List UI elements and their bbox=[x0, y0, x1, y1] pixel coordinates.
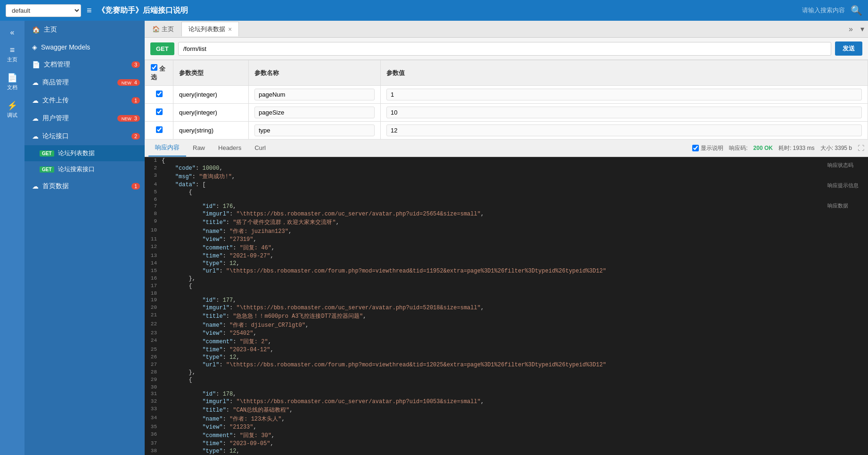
param-type-value[interactable] bbox=[386, 124, 862, 136]
show-desc-checkbox[interactable] bbox=[692, 145, 699, 151]
sidebar-users-label: 用户管理 bbox=[42, 114, 69, 123]
method-get-btn[interactable]: GET bbox=[150, 42, 174, 55]
code-viewer[interactable]: 响应状态码 响应提示信息 响应数据 1{ 2 "code": 10000, 3 … bbox=[145, 157, 868, 455]
code-line-23: 23 "view": "25402", bbox=[145, 330, 868, 337]
sidebar-files-label: 文件上传 bbox=[42, 96, 69, 105]
col-header-type: 参数类型 bbox=[173, 60, 249, 86]
code-line-6: 6 bbox=[145, 196, 868, 203]
tab-bar: 🏠 主页 论坛列表数据 × » ▾ bbox=[145, 21, 868, 38]
resp-tab-content[interactable]: 响应内容 bbox=[148, 140, 186, 157]
code-line-31: 31 "id": 178, bbox=[145, 390, 868, 398]
sidebar-item-home[interactable]: 🏠 主页 bbox=[25, 21, 145, 39]
send-btn[interactable]: 发送 bbox=[835, 41, 862, 56]
homedata-icon: ☁ bbox=[32, 182, 39, 190]
users-badge: NEW 3 bbox=[117, 115, 140, 122]
param-row-pagenum: query(integer) bbox=[145, 86, 868, 104]
collapse-sidebar-btn[interactable]: « bbox=[7, 25, 18, 41]
select-all-checkbox[interactable] bbox=[151, 64, 157, 71]
resp-size: 大小: 3395 b bbox=[820, 144, 852, 152]
param-pagesize-name[interactable] bbox=[254, 107, 375, 118]
tab-forum-list[interactable]: 论坛列表数据 × bbox=[181, 22, 239, 36]
code-line-9: 9 "title": "搭了个硬件交流群，欢迎大家来交流呀", bbox=[145, 218, 868, 227]
forum-badge: 2 bbox=[131, 133, 140, 140]
sidebar-item-swagger[interactable]: ◈ Swagger Models bbox=[25, 39, 145, 56]
environment-select[interactable]: default bbox=[6, 4, 81, 17]
param-pagenum-checkbox[interactable] bbox=[156, 91, 163, 97]
code-line-29: 29 { bbox=[145, 376, 868, 384]
code-line-36: 36 "comment": "回复: 30", bbox=[145, 431, 868, 440]
forum-icon: ☁ bbox=[32, 132, 39, 140]
swagger-icon: ◈ bbox=[32, 43, 37, 51]
sidebar-forum-label: 论坛接口 bbox=[42, 132, 69, 141]
app-header: default ≡ 《竞赛助手》后端接口说明 请输入搜索内容 🔍 bbox=[0, 0, 868, 21]
tab-home[interactable]: 🏠 主页 bbox=[145, 21, 181, 37]
menu-icon[interactable]: ≡ bbox=[87, 6, 92, 16]
tab-nav-down[interactable]: ▾ bbox=[857, 21, 868, 37]
code-line-33: 33 "title": "CAN总线的基础教程", bbox=[145, 405, 868, 414]
search-icon[interactable]: 🔍 bbox=[851, 5, 862, 16]
mini-sidebar-item-home[interactable]: ≡ 主页 bbox=[0, 41, 25, 68]
sidebar-item-files[interactable]: ☁ 文件上传 1 bbox=[25, 91, 145, 109]
param-type-checkbox[interactable] bbox=[156, 126, 163, 133]
tab-close-btn[interactable]: × bbox=[228, 25, 232, 33]
code-line-30: 30 bbox=[145, 384, 868, 390]
code-line-12: 12 "comment": "回复: 46", bbox=[145, 243, 868, 252]
col-header-name: 参数名称 bbox=[249, 60, 381, 86]
tab-nav-right[interactable]: » bbox=[845, 21, 857, 37]
resp-tab-raw[interactable]: Raw bbox=[186, 141, 212, 156]
api-url-input[interactable] bbox=[178, 42, 831, 56]
resp-status-value: 200 OK bbox=[753, 145, 773, 151]
param-pagesize-checkbox[interactable] bbox=[156, 108, 163, 115]
annotation-data: 响应数据 bbox=[827, 202, 859, 209]
param-pagenum-name-cell bbox=[249, 86, 381, 104]
code-line-38: 38 "type": 12, bbox=[145, 447, 868, 455]
sidebar-item-docs[interactable]: 📄 文档管理 3 bbox=[25, 56, 145, 74]
forum-search-method: GET bbox=[40, 166, 54, 173]
sidebar-sub-forum-search[interactable]: GET 论坛搜索接口 bbox=[25, 161, 145, 177]
files-badge: 1 bbox=[131, 97, 140, 104]
param-type-type: query(string) bbox=[173, 122, 249, 140]
forum-list-label: 论坛列表数据 bbox=[58, 149, 95, 157]
sidebar-item-products[interactable]: ☁ 商品管理 NEW 4 bbox=[25, 74, 145, 91]
expand-response-btn[interactable]: ⛶ bbox=[858, 144, 864, 152]
forum-list-method: GET bbox=[40, 150, 54, 157]
param-pagesize-checkbox-cell bbox=[145, 104, 173, 122]
mini-sidebar-item-debug[interactable]: ⚡ 调试 bbox=[0, 96, 25, 124]
code-line-7: 7 "id": 176, bbox=[145, 203, 868, 210]
code-line-8: 8 "imgurl": "\thttps://bbs.robomaster.co… bbox=[145, 210, 868, 218]
sidebar-item-forum[interactable]: ☁ 论坛接口 2 bbox=[25, 127, 145, 145]
response-meta: 显示说明 响应码: 200 OK 耗时: 1933 ms 大小: 3395 b … bbox=[692, 144, 864, 152]
sidebar-item-users[interactable]: ☁ 用户管理 NEW 3 bbox=[25, 109, 145, 127]
code-line-26: 26 "type": 12, bbox=[145, 354, 868, 361]
code-annotations: 响应状态码 响应提示信息 响应数据 bbox=[827, 162, 859, 209]
resp-time: 耗时: 1933 ms bbox=[778, 144, 815, 152]
home-tab-icon: 🏠 bbox=[152, 25, 160, 33]
sidebar-swagger-label: Swagger Models bbox=[41, 43, 90, 51]
param-type-name[interactable] bbox=[254, 124, 375, 136]
param-pagenum-name[interactable] bbox=[254, 89, 375, 100]
users-icon: ☁ bbox=[32, 115, 39, 122]
code-line-3: 3 "msg": "查询成功!", bbox=[145, 172, 868, 181]
resp-tab-curl[interactable]: Curl bbox=[248, 141, 272, 156]
sidebar-item-homedata[interactable]: ☁ 首页数据 1 bbox=[25, 177, 145, 195]
code-line-16: 16 }, bbox=[145, 275, 868, 282]
annotation-msg: 响应提示信息 bbox=[827, 182, 859, 189]
param-pagesize-value[interactable] bbox=[386, 107, 862, 118]
docs-badge: 3 bbox=[131, 61, 140, 68]
sidebar-docs-label: 文档管理 bbox=[44, 60, 70, 69]
products-badge: NEW 4 bbox=[117, 79, 140, 86]
code-line-20: 20 "imgurl": "\thttps://bbs.robomaster.c… bbox=[145, 304, 868, 312]
params-table: 全选 参数类型 参数名称 参数值 query(integer) bbox=[145, 60, 868, 140]
resp-tab-headers[interactable]: Headers bbox=[212, 141, 248, 156]
param-pagenum-value[interactable] bbox=[386, 89, 862, 100]
code-line-34: 34 "name": "作者: 123木头人", bbox=[145, 414, 868, 423]
sidebar-sub-forum-list[interactable]: GET 论坛列表数据 bbox=[25, 145, 145, 161]
code-line-11: 11 "view": "27319", bbox=[145, 236, 868, 243]
sidebar-homedata-label: 首页数据 bbox=[42, 182, 69, 190]
param-type-name-cell bbox=[249, 122, 381, 140]
code-line-2: 2 "code": 10000, bbox=[145, 165, 868, 172]
param-row-type: query(string) bbox=[145, 122, 868, 140]
code-line-15: 15 "url": "\thttps://bbs.robomaster.com/… bbox=[145, 267, 868, 275]
mini-sidebar-item-docs[interactable]: 📄 文档 bbox=[0, 68, 25, 96]
code-line-18: 18 bbox=[145, 290, 868, 297]
